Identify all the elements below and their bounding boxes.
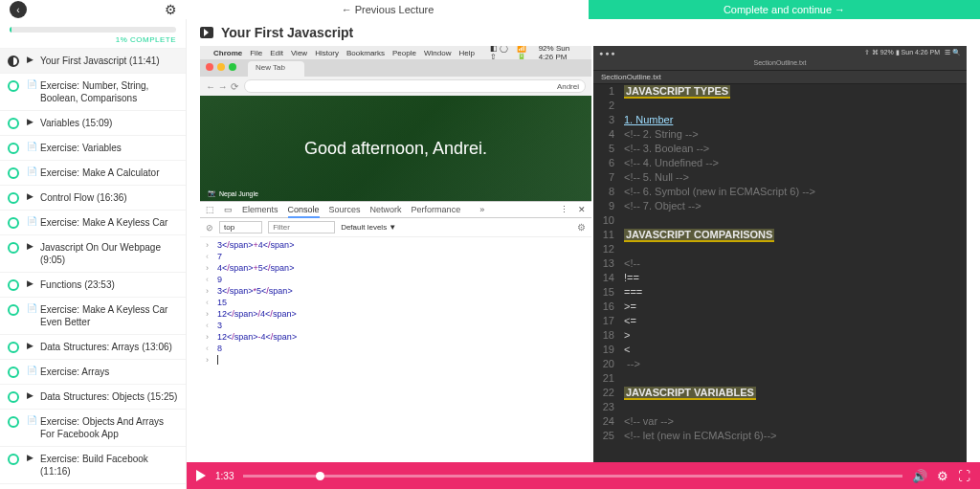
previous-lecture-label: Previous Lecture <box>355 4 434 15</box>
lesson-status-icon <box>8 279 19 291</box>
document-icon: 📄 <box>27 216 36 226</box>
lesson-item[interactable]: ▶Data Structures: Objects (15:25) <box>0 384 186 409</box>
document-icon: 📄 <box>27 167 36 176</box>
lesson-item[interactable]: ▶Javascript On Our Webpage (9:05) <box>0 234 186 272</box>
lesson-label: Exercise: Make A Keyless Car <box>40 216 167 229</box>
lesson-status-icon <box>8 217 19 229</box>
editor-pane: ● ● ● ⇧ ⌘ 92% ▮ Sun 4:26 PM☰ 🔍 SectionOu… <box>593 46 967 462</box>
browser-tab[interactable]: New Tab <box>248 61 304 77</box>
lesson-label: Control Flow (16:36) <box>40 191 127 204</box>
hero-caption: 📷Nepal Jungle <box>208 189 258 197</box>
lesson-item[interactable]: 📄Exercise: Make A Calculator <box>0 160 186 185</box>
devtools-tab[interactable]: Network <box>370 205 402 214</box>
lesson-item[interactable]: 📄Exercise: Variables <box>0 135 186 160</box>
lesson-item[interactable]: ▶Variables (15:09) <box>0 110 186 135</box>
video-icon: ▶ <box>27 117 36 126</box>
devtools-tab[interactable]: Console <box>288 205 320 218</box>
lesson-status-icon <box>8 80 19 92</box>
devtools-tab[interactable]: Performance <box>412 205 461 214</box>
video-icon <box>200 27 213 38</box>
current-time: 1:33 <box>215 471 234 481</box>
lesson-status-icon <box>8 454 19 465</box>
log-levels-select[interactable]: Default levels ▼ <box>341 223 396 232</box>
mac-menu-item[interactable]: History <box>315 49 339 57</box>
lesson-item[interactable]: ▶Exercise: Build Facebook (11:16) <box>0 446 186 483</box>
video-icon: ▶ <box>27 453 36 462</box>
lesson-label: Exercise: Variables <box>40 142 122 154</box>
previous-lecture-button[interactable]: ← Previous Lecture <box>187 0 589 19</box>
lesson-item[interactable]: ▶Javascript Terminology (3:43) <box>0 483 186 489</box>
seek-bar[interactable] <box>243 475 902 478</box>
lesson-item[interactable]: 📄Exercise: Make A Keyless Car Even Bette… <box>0 297 186 334</box>
video-icon: ▶ <box>27 390 36 400</box>
lesson-status-icon <box>8 367 19 378</box>
video-icon: ▶ <box>27 55 36 64</box>
lesson-item[interactable]: ▶Your First Javascript (11:41) <box>0 48 186 73</box>
lesson-status-icon <box>8 304 19 316</box>
lesson-label: Data Structures: Arrays (13:06) <box>40 341 172 353</box>
window-controls[interactable] <box>206 63 236 71</box>
browser-pane: ChromeFileEditViewHistoryBookmarksPeople… <box>200 46 591 462</box>
address-bar[interactable]: Andrei <box>244 79 586 93</box>
devtools-tab[interactable]: Elements <box>242 205 278 214</box>
chrome-tabstrip: New Tab <box>200 59 591 77</box>
devtools-tab[interactable]: Sources <box>329 205 361 214</box>
editor-tab[interactable]: SectionOutline.txt <box>593 71 967 84</box>
back-button[interactable]: ‹ <box>10 1 27 18</box>
lesson-item[interactable]: ▶Functions (23:53) <box>0 272 186 297</box>
lesson-sidebar[interactable]: 1% COMPLETE ▶Your First Javascript (11:4… <box>0 19 187 489</box>
lesson-label: Variables (15:09) <box>40 117 112 129</box>
browser-nav-icons[interactable]: ← → ⟳ <box>206 81 238 92</box>
page-title: Your First Javascript <box>221 25 353 40</box>
context-select[interactable]: top <box>219 221 262 233</box>
progress-bar <box>10 27 176 33</box>
video-icon: ▶ <box>27 278 36 288</box>
clear-console-icon[interactable]: ⊘ <box>206 223 213 233</box>
lesson-status-icon <box>8 342 19 353</box>
lesson-status-icon <box>8 192 19 204</box>
more-tabs-icon[interactable]: » <box>479 205 484 214</box>
document-icon: 📄 <box>27 142 36 151</box>
editor-body[interactable]: 1234567891011121314151617181920212223242… <box>593 84 967 462</box>
document-icon: 📄 <box>27 415 36 425</box>
video-player-bar: 1:33 🔊 ⚙ ⛶ <box>187 462 980 489</box>
mac-menu-item[interactable]: Chrome <box>213 49 242 57</box>
lesson-status-icon <box>8 242 19 254</box>
document-icon: 📄 <box>27 366 36 375</box>
lesson-status-icon <box>8 143 19 154</box>
devtools-menu-icon[interactable]: ⋮ <box>560 205 568 214</box>
lesson-label: Exercise: Make A Keyless Car Even Better <box>40 303 178 328</box>
player-settings-icon[interactable]: ⚙ <box>937 469 948 483</box>
devtools-close-icon[interactable]: ✕ <box>578 205 586 214</box>
mac-menu-item[interactable]: Help <box>458 49 474 57</box>
lesson-item[interactable]: ▶Data Structures: Arrays (13:06) <box>0 334 186 359</box>
inspect-icon[interactable]: ⬚ <box>206 205 214 214</box>
mac-menu-item[interactable]: Window <box>424 49 451 57</box>
lesson-item[interactable]: 📄Exercise: Arrays <box>0 359 186 384</box>
lesson-label: Exercise: Number, String, Boolean, Compa… <box>40 79 178 104</box>
mac-menu-item[interactable]: Bookmarks <box>346 49 385 57</box>
lesson-item[interactable]: ▶Control Flow (16:36) <box>0 185 186 210</box>
volume-icon[interactable]: 🔊 <box>912 469 927 483</box>
console-output[interactable]: ›3</span>+4</span>‹7›4</span>+5</span>‹9… <box>200 237 591 462</box>
mac-menu-item[interactable]: File <box>250 49 262 57</box>
lesson-item[interactable]: 📄Exercise: Objects And Arrays For Facebo… <box>0 409 186 446</box>
settings-icon[interactable]: ⚙ <box>165 2 177 17</box>
mac-menu-item[interactable]: View <box>291 49 307 57</box>
lesson-label: Data Structures: Objects (15:25) <box>40 390 177 403</box>
lesson-status-icon <box>8 391 19 403</box>
console-settings-icon[interactable]: ⚙ <box>577 222 586 233</box>
lesson-item[interactable]: 📄Exercise: Make A Keyless Car <box>0 210 186 234</box>
device-icon[interactable]: ▭ <box>224 205 233 214</box>
mac-menubar: ChromeFileEditViewHistoryBookmarksPeople… <box>200 46 591 59</box>
lesson-item[interactable]: 📄Exercise: Number, String, Boolean, Comp… <box>0 73 186 110</box>
play-button[interactable] <box>196 470 206 481</box>
lesson-label: Exercise: Arrays <box>40 366 109 378</box>
page-hero: Good afternoon, Andrei. 📷Nepal Jungle <box>200 96 591 201</box>
mac-menu-item[interactable]: Edit <box>270 49 283 57</box>
filter-input[interactable] <box>268 221 335 233</box>
fullscreen-icon[interactable]: ⛶ <box>958 469 970 483</box>
complete-continue-button[interactable]: Complete and continue → <box>589 0 980 19</box>
devtools-panel: ⬚ ▭ ElementsConsoleSourcesNetworkPerform… <box>200 201 591 462</box>
mac-menu-item[interactable]: People <box>392 49 416 57</box>
